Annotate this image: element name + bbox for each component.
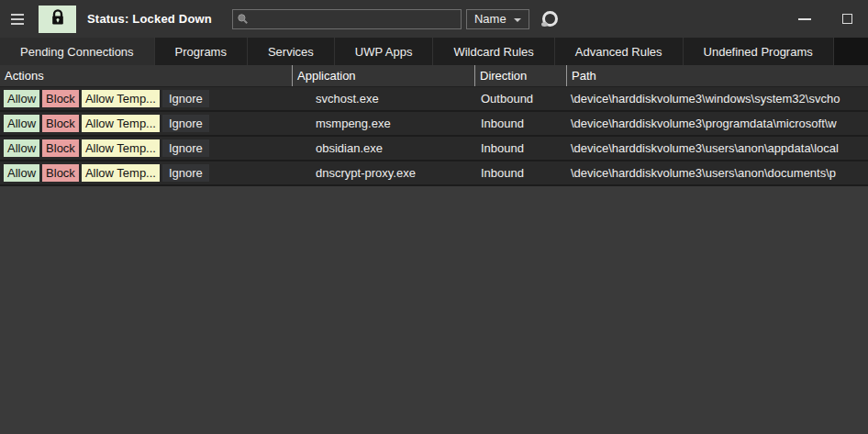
app-window: Status: Locked Down Name Pending Connect… (0, 0, 868, 434)
allow-temp-button[interactable]: Allow Temp... (82, 115, 160, 132)
window-controls (784, 6, 868, 33)
allow-temp-button[interactable]: Allow Temp... (82, 164, 160, 182)
table-row[interactable]: AllowBlockAllow Temp...Ignoresvchost.exe… (0, 87, 868, 112)
direction-cell: Inbound (474, 166, 566, 180)
allow-button[interactable]: Allow (4, 164, 39, 182)
row-actions: AllowBlockAllow Temp...Ignore (0, 90, 292, 107)
allow-button[interactable]: Allow (4, 115, 39, 132)
column-header-application[interactable]: Application (292, 65, 474, 86)
row-actions: AllowBlockAllow Temp...Ignore (0, 115, 292, 132)
search-input[interactable] (252, 12, 457, 26)
table-row[interactable]: AllowBlockAllow Temp...Ignorednscrypt-pr… (0, 161, 868, 186)
allow-button[interactable]: Allow (4, 90, 39, 107)
tab-advanced-rules[interactable]: Advanced Rules (555, 38, 684, 65)
search-filter-value: Name (474, 12, 506, 26)
traffic-ring-icon[interactable] (542, 11, 558, 27)
pending-connections-list: AllowBlockAllow Temp...Ignoresvchost.exe… (0, 87, 868, 186)
tab-programs[interactable]: Programs (155, 38, 248, 65)
block-button[interactable]: Block (42, 164, 79, 182)
lock-status-button[interactable] (39, 6, 76, 33)
lock-icon (50, 9, 65, 28)
direction-cell: Outbound (474, 92, 566, 106)
tab-pending-connections[interactable]: Pending Connections (0, 38, 155, 65)
tab-bar: Pending ConnectionsProgramsServicesUWP A… (0, 38, 868, 65)
tab-undefined-programs[interactable]: Undefined Programs (684, 38, 834, 65)
row-actions: AllowBlockAllow Temp...Ignore (0, 139, 292, 157)
allow-temp-button[interactable]: Allow Temp... (82, 139, 160, 157)
tab-services[interactable]: Services (248, 38, 335, 65)
path-cell: \device\harddiskvolume3\windows\system32… (566, 92, 868, 106)
table-row[interactable]: AllowBlockAllow Temp...Ignoreobsidian.ex… (0, 137, 868, 161)
search-icon (237, 13, 249, 25)
chevron-down-icon (514, 18, 521, 22)
column-header-path[interactable]: Path (566, 65, 868, 86)
allow-button[interactable]: Allow (4, 139, 39, 157)
tab-wildcard-rules[interactable]: Wildcard Rules (433, 38, 554, 65)
column-header-actions[interactable]: Actions (0, 65, 292, 86)
block-button[interactable]: Block (42, 115, 79, 132)
block-button[interactable]: Block (42, 90, 79, 107)
ignore-button[interactable]: Ignore (162, 115, 209, 132)
empty-area (0, 186, 868, 434)
titlebar: Status: Locked Down Name (0, 0, 868, 38)
tab-uwp-apps[interactable]: UWP Apps (335, 38, 434, 65)
application-cell: svchost.exe (292, 92, 474, 106)
path-cell: \device\harddiskvolume3\users\anon\appda… (566, 141, 868, 155)
minimize-button[interactable] (784, 6, 826, 33)
application-cell: dnscrypt-proxy.exe (292, 166, 474, 180)
application-cell: msmpeng.exe (292, 117, 474, 130)
row-actions: AllowBlockAllow Temp...Ignore (0, 164, 292, 182)
application-cell: obsidian.exe (292, 141, 474, 155)
column-header-direction[interactable]: Direction (474, 65, 566, 86)
path-cell: \device\harddiskvolume3\programdata\micr… (566, 117, 868, 130)
direction-cell: Inbound (474, 141, 566, 155)
direction-cell: Inbound (474, 117, 566, 130)
status-label: Status: Locked Down (87, 12, 212, 26)
ignore-button[interactable]: Ignore (162, 164, 209, 182)
search-box (232, 9, 462, 29)
maximize-button[interactable] (826, 6, 868, 33)
search-filter-dropdown[interactable]: Name (466, 9, 529, 29)
path-cell: \device\harddiskvolume3\users\anon\docum… (566, 166, 868, 180)
block-button[interactable]: Block (42, 139, 79, 157)
hamburger-menu-button[interactable] (11, 8, 31, 30)
table-row[interactable]: AllowBlockAllow Temp...Ignoremsmpeng.exe… (0, 112, 868, 137)
table-header: Actions Application Direction Path (0, 65, 868, 87)
allow-temp-button[interactable]: Allow Temp... (82, 90, 160, 107)
ignore-button[interactable]: Ignore (162, 139, 209, 157)
ignore-button[interactable]: Ignore (162, 90, 209, 107)
